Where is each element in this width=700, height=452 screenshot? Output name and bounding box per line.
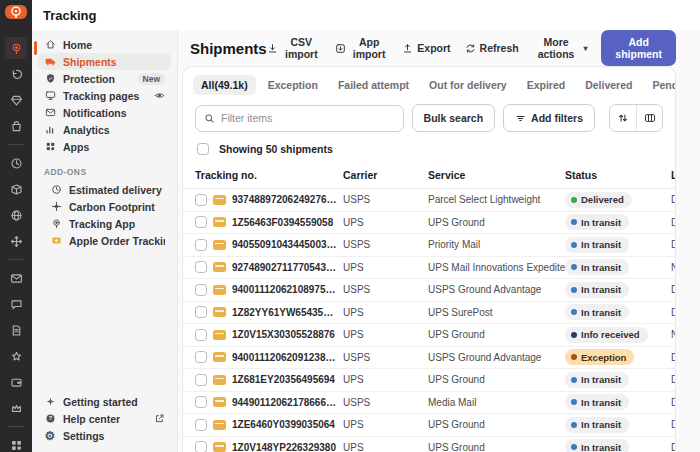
sidebar-item-tracking-app[interactable]: Tracking App [38,215,171,232]
sidebar-item-settings[interactable]: ⚙Settings [38,427,171,444]
select-all-checkbox[interactable] [197,143,209,155]
csv-import-button[interactable]: CSV import [267,36,321,60]
tracking-number[interactable]: 9374889720624927638… [232,194,337,205]
tab-all-49-1k[interactable]: All(49.1k) [193,75,256,95]
table-row[interactable]: 1Z56463F0394559058UPSUPS GroundIn transi… [183,211,676,234]
sidebar-item-tracking-pages[interactable]: Tracking pages [38,87,171,104]
rail-reviews-icon[interactable] [5,345,27,367]
table-row[interactable]: 1ZE6460Y0399035064UPSUPS GroundIn transi… [183,414,676,437]
sidebar-item-getting-started[interactable]: Getting started [38,393,171,410]
table-row[interactable]: 94001112062108975759…USPSUSPS Ground Adv… [183,279,676,302]
table-row[interactable]: 9405509104344500376…USPSPriority MailIn … [183,234,676,257]
tab-failed-attempt[interactable]: Failed attempt [330,75,417,95]
table-row[interactable]: 92748902711770543401…UPSUPS Mail Innovat… [183,256,676,279]
add-filters-button[interactable]: Add filters [503,104,595,132]
rail-clock-icon[interactable] [5,152,27,174]
rail-chat-icon[interactable] [5,293,27,315]
row-checkbox[interactable] [195,306,207,318]
tracking-number[interactable]: 94001112062108975759… [232,284,337,295]
status-badge: In transit [565,282,629,298]
rail-tracking-icon[interactable] [5,37,27,59]
row-checkbox[interactable] [195,441,207,452]
tracking-cell: 1Z0V148YP226329380 [183,436,343,452]
table-row[interactable]: 9374889720624927638…USPSParcel Select Li… [183,189,676,212]
rail-returns-icon[interactable] [5,63,27,85]
table-row[interactable]: 1Z0V148YP226329380UPSUPS GroundIn transi… [183,436,676,452]
table-row[interactable]: 9449011206217866680…USPSMedia MailIn tra… [183,391,676,414]
filter-input[interactable] [221,112,395,124]
rail-crown-icon[interactable] [5,397,27,419]
refresh-button[interactable]: Refresh [465,42,519,54]
aftership-logo-icon[interactable] [5,5,27,19]
tab-exception[interactable]: Exception [260,75,326,95]
row-checkbox[interactable] [195,351,207,363]
rail-mail-icon[interactable] [5,267,27,289]
sidebar-item-help-center[interactable]: ?Help center [38,410,171,427]
status-dot-icon [571,422,577,428]
rail-apps-grid-icon[interactable] [5,434,27,452]
row-checkbox[interactable] [195,216,207,228]
tab-delivered[interactable]: Delivered [577,75,640,95]
page-header: Shipments CSV importApp importExportRefr… [182,30,676,66]
rail-wallet-icon[interactable] [5,371,27,393]
columns-button[interactable] [636,105,662,131]
service-cell: UPS Mail Innovations Expedited [428,256,565,279]
app-import-button[interactable]: App import [335,36,388,60]
sidebar-item-label: Home [63,39,165,51]
add-shipment-button[interactable]: Add shipment [601,30,676,66]
tracking-number[interactable]: 1Z56463F0394559058 [232,217,333,228]
row-checkbox[interactable] [195,396,207,408]
package-icon [213,217,226,227]
tab-pending[interactable]: Pending [644,75,676,95]
sort-button[interactable] [610,105,636,131]
tracking-number[interactable]: 1ZE6460Y0399035064 [232,419,335,430]
sidebar-item-protection[interactable]: ProtectionNew [38,70,171,87]
button-label: Refresh [480,42,519,54]
row-checkbox[interactable] [195,239,207,251]
row-checkbox[interactable] [195,284,207,296]
rail-docs-icon[interactable] [5,319,27,341]
eye-icon[interactable] [153,90,165,101]
rail-shopping-bag-icon[interactable] [5,115,27,137]
sidebar-item-home[interactable]: Home [38,36,171,53]
row-checkbox[interactable] [195,329,207,341]
row-checkbox[interactable] [195,194,207,206]
sidebar-item-estimated-delivery-date[interactable]: Estimated delivery date [38,181,171,198]
row-checkbox[interactable] [195,261,207,273]
row-checkbox[interactable] [195,419,207,431]
rail-move-icon[interactable] [5,230,27,252]
export-button[interactable]: Export [402,42,450,54]
tracking-number[interactable]: 1Z0V148YP226329380 [232,442,336,452]
tracking-number[interactable]: 1Z681EY20356495694 [232,374,335,385]
table-row[interactable]: 1Z0V15X30305528876UPSUPS GroundInfo rece… [183,324,676,347]
sidebar-item-shipments[interactable]: Shipments [38,53,171,70]
tab-label: Pending [652,79,676,91]
sidebar-item-apple-order-tracking[interactable]: Apple Order Tracking [38,232,171,249]
sidebar-item-analytics[interactable]: Analytics [38,121,171,138]
table-row[interactable]: 1Z681EY20356495694UPSUPS GroundIn transi… [183,369,676,392]
filter-search[interactable] [195,105,404,132]
rail-protection-diamond-icon[interactable] [5,89,27,111]
sidebar-item-notifications[interactable]: Notifications [38,104,171,121]
table-row[interactable]: 1Z82YY61YW65435347UPSUPS SurePostIn tran… [183,301,676,324]
header-actions: CSV importApp importExportRefreshMore ac… [267,30,676,66]
tracking-number[interactable]: 1Z0V15X30305528876 [232,329,335,340]
sidebar-item-carbon-footprint[interactable]: Carbon Footprint [38,198,171,215]
sidebar-item-apps[interactable]: Apps [38,138,171,155]
more-actions-button[interactable]: More actions▾ [533,36,588,60]
external-link-icon[interactable] [153,413,165,424]
bulk-search-button[interactable]: Bulk search [412,104,496,132]
tab-expired[interactable]: Expired [519,75,574,95]
tab-out-for-delivery[interactable]: Out for delivery [421,75,515,95]
tracking-number[interactable]: 1Z82YY61YW65435347 [232,307,337,318]
service-cell: UPS Ground [428,414,565,437]
tracking-number[interactable]: 92748902711770543401… [232,262,337,273]
tracking-number[interactable]: 9405509104344500376… [232,239,337,250]
table-row[interactable]: 9400111206209123834…USPSUSPS Ground Adva… [183,346,676,369]
rail-orders-box-icon[interactable] [5,178,27,200]
tracking-number[interactable]: 9449011206217866680… [232,397,337,408]
addons-section-label: ADD-ONS [44,167,165,177]
rail-globe-icon[interactable] [5,204,27,226]
row-checkbox[interactable] [195,374,207,386]
tracking-number[interactable]: 9400111206209123834… [232,352,337,363]
